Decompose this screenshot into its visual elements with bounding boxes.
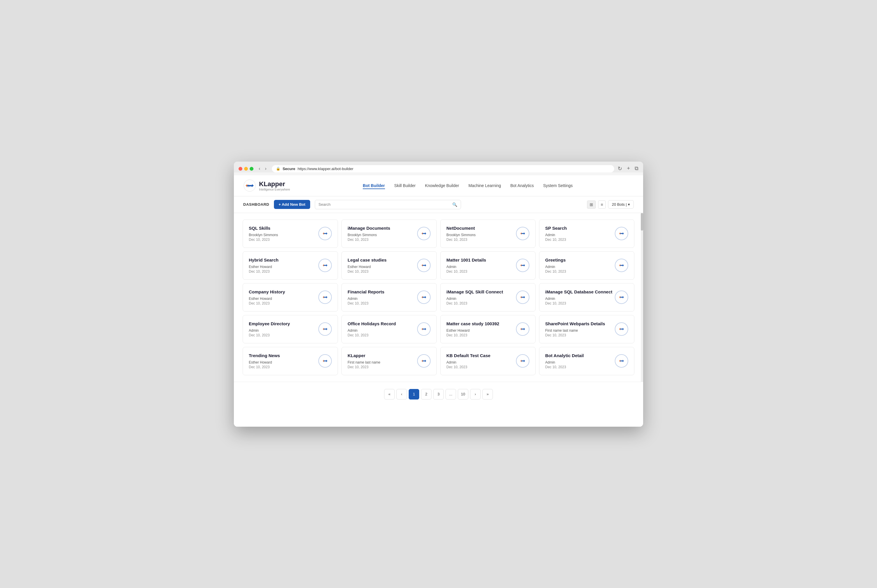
bot-author: Esther Howard [348,265,417,269]
bot-logo[interactable] [516,227,529,240]
search-input[interactable] [318,202,450,207]
bot-info: Employee Directory Admin Dec 10, 2023 [249,321,318,337]
bot-logo-icon [420,261,428,270]
bot-name: NetDocument [446,226,516,231]
bot-logo[interactable] [417,259,431,272]
back-button[interactable]: ‹ [257,165,262,172]
bot-logo[interactable] [318,259,332,272]
search-box[interactable]: 🔍 [315,200,461,209]
bot-logo[interactable] [615,354,628,368]
last-page-button[interactable]: » [482,389,493,399]
bot-author: Brooklyn Simmons [348,233,417,237]
bot-logo[interactable] [318,322,332,336]
svg-rect-8 [521,233,524,234]
bot-card[interactable]: iManage Documents Brooklyn Simmons Dec 1… [341,219,437,248]
bot-logo-icon [420,325,428,333]
bot-card[interactable]: Employee Directory Admin Dec 10, 2023 [243,315,338,344]
bot-date: Dec 10, 2023 [446,301,516,305]
page-3-button[interactable]: 3 [433,389,444,399]
bot-logo[interactable] [318,354,332,368]
bot-logo[interactable] [615,227,628,240]
bot-card[interactable]: Company History Esther Howard Dec 10, 20… [243,283,338,312]
logo-text-area: KLapper Intelligence Everywhere [259,180,290,191]
maximize-button[interactable] [250,167,254,171]
bot-logo[interactable] [516,259,529,272]
reload-button[interactable]: ↻ [618,165,622,172]
bot-date: Dec 10, 2023 [545,270,615,273]
minimize-button[interactable] [244,167,248,171]
add-new-bot-button[interactable]: + Add New Bot [274,200,310,209]
bot-logo[interactable] [318,227,332,240]
bot-card[interactable]: Office Holidays Record Admin Dec 10, 202… [341,315,437,344]
first-page-button[interactable]: « [384,389,395,399]
nav-item-knowledge-builder[interactable]: Knowledge Builder [425,182,459,189]
bot-logo[interactable] [417,354,431,368]
grid-view-button[interactable]: ⊞ [587,201,596,208]
scrollbar[interactable] [641,213,643,382]
address-bar[interactable]: 🔒 Secure https://www.klapper.ai/bot-buil… [272,165,614,172]
bot-card[interactable]: Legal case studies Esther Howard Dec 10,… [341,251,437,280]
bot-card[interactable]: Trending News Esther Howard Dec 10, 2023 [243,347,338,375]
scrollbar-thumb[interactable] [641,213,643,231]
close-button[interactable] [239,167,242,171]
bot-card[interactable]: KLapper First name last name Dec 10, 202… [341,347,437,375]
bot-logo[interactable] [417,227,431,240]
page-ellipsis: ... [446,389,456,399]
list-view-button[interactable]: ≡ [598,201,606,208]
page-1-button[interactable]: 1 [409,389,419,399]
page-10-button[interactable]: 10 [458,389,468,399]
bot-card[interactable]: KB Default Test Case Admin Dec 10, 2023 [440,347,536,375]
bot-logo[interactable] [516,322,529,336]
bot-card[interactable]: iManage SQL Skill Connect Admin Dec 10, … [440,283,536,312]
bot-logo-icon [519,261,527,270]
bot-date: Dec 10, 2023 [249,365,318,369]
nav-item-bot-builder[interactable]: Bot Builder [363,182,385,189]
bot-card[interactable]: SQL Skills Brooklyn Simmons Dec 10, 2023 [243,219,338,248]
new-tab-button[interactable]: + [627,165,630,172]
svg-rect-12 [324,265,327,266]
bot-card[interactable]: Bot Analytic Detail Admin Dec 10, 2023 [539,347,634,375]
forward-button[interactable]: › [263,165,268,172]
bot-card[interactable]: Matter 1001 Details Admin Dec 10, 2023 [440,251,536,280]
page-2-button[interactable]: 2 [421,389,431,399]
bot-date: Dec 10, 2023 [545,333,615,337]
bot-logo-icon [519,325,527,333]
nav-item-system-settings[interactable]: System Settings [543,182,573,189]
nav-item-bot-analytics[interactable]: Bot Analytics [511,182,534,189]
pagination: « ‹ 1 2 3 ... 10 › » [234,382,643,406]
bot-info: Greetings Admin Dec 10, 2023 [545,258,615,273]
windows-button[interactable]: ⧉ [635,165,638,172]
bot-logo-icon [519,230,527,238]
prev-page-button[interactable]: ‹ [396,389,407,399]
bot-author: Admin [545,297,615,301]
bot-name: SQL Skills [249,226,318,231]
bot-card[interactable]: Greetings Admin Dec 10, 2023 [539,251,634,280]
bot-info: Company History Esther Howard Dec 10, 20… [249,290,318,305]
bot-logo[interactable] [615,322,628,336]
bot-logo[interactable] [318,291,332,304]
bot-logo[interactable] [615,259,628,272]
bot-logo[interactable] [516,354,529,368]
next-page-button[interactable]: › [470,389,481,399]
bot-card[interactable]: SharePoint Webparts Details First name l… [539,315,634,344]
bot-logo-icon [321,261,329,270]
svg-rect-24 [521,297,524,298]
bot-date: Dec 10, 2023 [348,333,417,337]
bot-date: Dec 10, 2023 [249,333,318,337]
bot-logo[interactable] [516,291,529,304]
nav-item-machine-learning[interactable]: Machine Learning [468,182,501,189]
bot-card[interactable]: NetDocument Brooklyn Simmons Dec 10, 202… [440,219,536,248]
bots-count-selector[interactable]: 20 Bots | ▾ [608,200,634,208]
bot-card[interactable]: Hybrid Search Esther Howard Dec 10, 2023 [243,251,338,280]
bot-card[interactable]: iManage SQL Database Connect Admin Dec 1… [539,283,634,312]
bot-card[interactable]: SP Search Admin Dec 10, 2023 [539,219,634,248]
bot-logo[interactable] [417,322,431,336]
bot-author: Admin [545,233,615,237]
bot-card[interactable]: Financial Reports Admin Dec 10, 2023 [341,283,437,312]
bot-logo[interactable] [615,291,628,304]
bot-name: Bot Analytic Detail [545,353,615,358]
nav-item-skill-builder[interactable]: Skill Builder [394,182,416,189]
bot-card[interactable]: Matter case study 100392 Esther Howard D… [440,315,536,344]
bot-logo-icon [321,357,329,365]
bot-logo[interactable] [417,291,431,304]
